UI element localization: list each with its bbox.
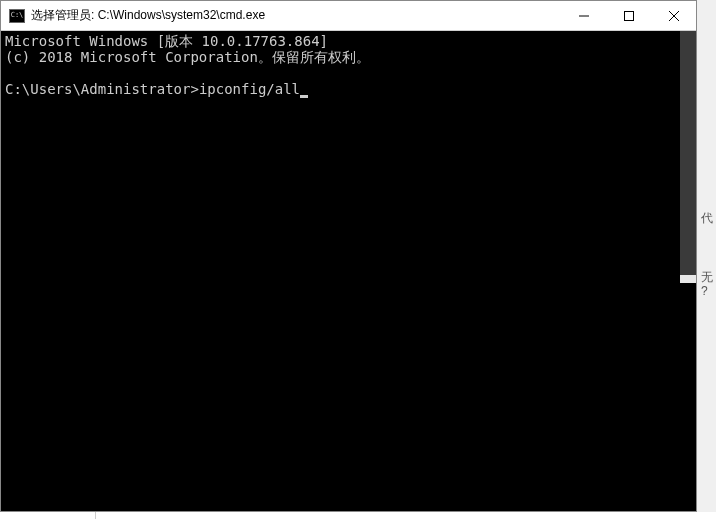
- scrollbar-thumb[interactable]: [680, 31, 696, 275]
- titlebar[interactable]: C:\ 选择管理员: C:\Windows\system32\cmd.exe: [1, 1, 696, 31]
- terminal-content: Microsoft Windows [版本 10.0.17763.864] (c…: [1, 31, 696, 99]
- cmd-icon: C:\: [9, 9, 25, 23]
- background-text-1: 代: [701, 210, 713, 227]
- svg-rect-1: [624, 11, 633, 20]
- cursor: [300, 95, 308, 98]
- background-text-2: 无?: [701, 270, 713, 298]
- terminal-line-2: (c) 2018 Microsoft Corporation。保留所有权利。: [5, 49, 370, 65]
- bottom-strip: [0, 512, 716, 519]
- maximize-button[interactable]: [606, 1, 651, 30]
- minimize-button[interactable]: [561, 1, 606, 30]
- bottom-divider: [95, 512, 96, 519]
- window-title: 选择管理员: C:\Windows\system32\cmd.exe: [31, 7, 561, 24]
- scrollbar-track[interactable]: [680, 31, 696, 511]
- close-button[interactable]: [651, 1, 696, 30]
- terminal-command: ipconfig/all: [199, 81, 300, 97]
- scrollbar-marker: [680, 275, 696, 283]
- window-controls: [561, 1, 696, 30]
- terminal-area[interactable]: Microsoft Windows [版本 10.0.17763.864] (c…: [1, 31, 696, 511]
- terminal-prompt: C:\Users\Administrator>: [5, 81, 199, 97]
- terminal-line-1: Microsoft Windows [版本 10.0.17763.864]: [5, 33, 328, 49]
- cmd-window: C:\ 选择管理员: C:\Windows\system32\cmd.exe M…: [0, 0, 697, 512]
